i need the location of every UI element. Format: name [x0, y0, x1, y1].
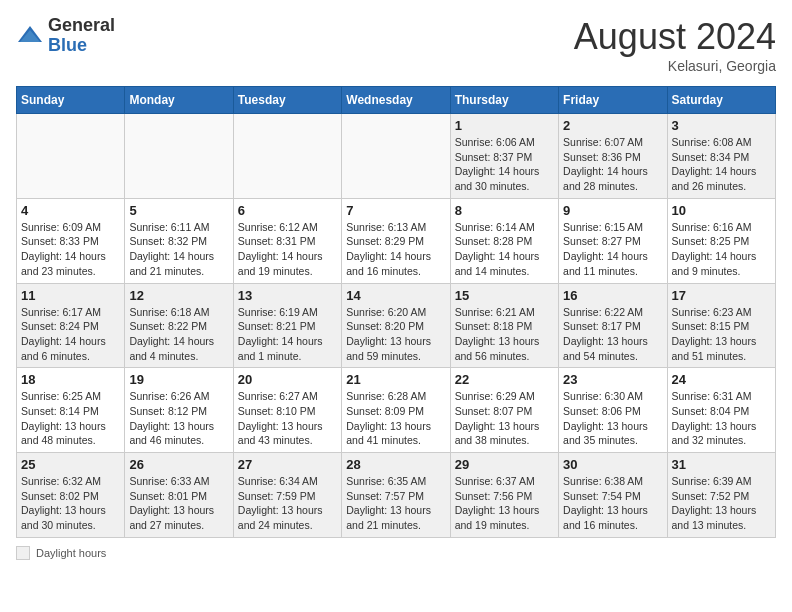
calendar-cell — [342, 114, 450, 199]
calendar-cell: 29Sunrise: 6:37 AM Sunset: 7:56 PM Dayli… — [450, 453, 558, 538]
day-info: Sunrise: 6:14 AM Sunset: 8:28 PM Dayligh… — [455, 220, 554, 279]
calendar-day-header: Thursday — [450, 87, 558, 114]
calendar-cell: 6Sunrise: 6:12 AM Sunset: 8:31 PM Daylig… — [233, 198, 341, 283]
day-number: 1 — [455, 118, 554, 133]
day-info: Sunrise: 6:23 AM Sunset: 8:15 PM Dayligh… — [672, 305, 771, 364]
calendar-cell: 30Sunrise: 6:38 AM Sunset: 7:54 PM Dayli… — [559, 453, 667, 538]
calendar-cell: 3Sunrise: 6:08 AM Sunset: 8:34 PM Daylig… — [667, 114, 775, 199]
calendar-cell: 4Sunrise: 6:09 AM Sunset: 8:33 PM Daylig… — [17, 198, 125, 283]
calendar-cell: 1Sunrise: 6:06 AM Sunset: 8:37 PM Daylig… — [450, 114, 558, 199]
day-info: Sunrise: 6:22 AM Sunset: 8:17 PM Dayligh… — [563, 305, 662, 364]
day-info: Sunrise: 6:15 AM Sunset: 8:27 PM Dayligh… — [563, 220, 662, 279]
calendar-cell — [125, 114, 233, 199]
calendar-cell: 15Sunrise: 6:21 AM Sunset: 8:18 PM Dayli… — [450, 283, 558, 368]
day-info: Sunrise: 6:21 AM Sunset: 8:18 PM Dayligh… — [455, 305, 554, 364]
calendar-week-row: 25Sunrise: 6:32 AM Sunset: 8:02 PM Dayli… — [17, 453, 776, 538]
logo-icon — [16, 22, 44, 50]
day-info: Sunrise: 6:29 AM Sunset: 8:07 PM Dayligh… — [455, 389, 554, 448]
calendar-cell: 18Sunrise: 6:25 AM Sunset: 8:14 PM Dayli… — [17, 368, 125, 453]
calendar-cell: 7Sunrise: 6:13 AM Sunset: 8:29 PM Daylig… — [342, 198, 450, 283]
calendar-cell: 11Sunrise: 6:17 AM Sunset: 8:24 PM Dayli… — [17, 283, 125, 368]
calendar-week-row: 4Sunrise: 6:09 AM Sunset: 8:33 PM Daylig… — [17, 198, 776, 283]
calendar-cell: 8Sunrise: 6:14 AM Sunset: 8:28 PM Daylig… — [450, 198, 558, 283]
logo: General Blue — [16, 16, 115, 56]
calendar-cell: 21Sunrise: 6:28 AM Sunset: 8:09 PM Dayli… — [342, 368, 450, 453]
day-info: Sunrise: 6:16 AM Sunset: 8:25 PM Dayligh… — [672, 220, 771, 279]
day-number: 11 — [21, 288, 120, 303]
logo-text: General Blue — [48, 16, 115, 56]
calendar-cell — [17, 114, 125, 199]
day-number: 20 — [238, 372, 337, 387]
calendar-cell: 19Sunrise: 6:26 AM Sunset: 8:12 PM Dayli… — [125, 368, 233, 453]
day-info: Sunrise: 6:39 AM Sunset: 7:52 PM Dayligh… — [672, 474, 771, 533]
day-info: Sunrise: 6:38 AM Sunset: 7:54 PM Dayligh… — [563, 474, 662, 533]
day-info: Sunrise: 6:19 AM Sunset: 8:21 PM Dayligh… — [238, 305, 337, 364]
month-year: August 2024 — [574, 16, 776, 58]
day-number: 18 — [21, 372, 120, 387]
day-number: 8 — [455, 203, 554, 218]
day-info: Sunrise: 6:33 AM Sunset: 8:01 PM Dayligh… — [129, 474, 228, 533]
day-number: 24 — [672, 372, 771, 387]
day-info: Sunrise: 6:35 AM Sunset: 7:57 PM Dayligh… — [346, 474, 445, 533]
day-info: Sunrise: 6:26 AM Sunset: 8:12 PM Dayligh… — [129, 389, 228, 448]
day-number: 29 — [455, 457, 554, 472]
title-block: August 2024 Kelasuri, Georgia — [574, 16, 776, 74]
location: Kelasuri, Georgia — [574, 58, 776, 74]
day-number: 6 — [238, 203, 337, 218]
day-info: Sunrise: 6:07 AM Sunset: 8:36 PM Dayligh… — [563, 135, 662, 194]
day-number: 2 — [563, 118, 662, 133]
day-number: 23 — [563, 372, 662, 387]
calendar-cell: 23Sunrise: 6:30 AM Sunset: 8:06 PM Dayli… — [559, 368, 667, 453]
day-number: 14 — [346, 288, 445, 303]
day-number: 17 — [672, 288, 771, 303]
day-number: 13 — [238, 288, 337, 303]
day-number: 19 — [129, 372, 228, 387]
day-number: 5 — [129, 203, 228, 218]
footer: Daylight hours — [16, 546, 776, 560]
footer-label: Daylight hours — [36, 547, 106, 559]
day-number: 10 — [672, 203, 771, 218]
calendar-week-row: 11Sunrise: 6:17 AM Sunset: 8:24 PM Dayli… — [17, 283, 776, 368]
calendar-header-row: SundayMondayTuesdayWednesdayThursdayFrid… — [17, 87, 776, 114]
day-info: Sunrise: 6:18 AM Sunset: 8:22 PM Dayligh… — [129, 305, 228, 364]
day-info: Sunrise: 6:13 AM Sunset: 8:29 PM Dayligh… — [346, 220, 445, 279]
day-number: 7 — [346, 203, 445, 218]
day-number: 21 — [346, 372, 445, 387]
calendar-cell: 26Sunrise: 6:33 AM Sunset: 8:01 PM Dayli… — [125, 453, 233, 538]
day-number: 30 — [563, 457, 662, 472]
day-number: 4 — [21, 203, 120, 218]
day-number: 3 — [672, 118, 771, 133]
day-number: 26 — [129, 457, 228, 472]
day-number: 9 — [563, 203, 662, 218]
calendar-cell: 27Sunrise: 6:34 AM Sunset: 7:59 PM Dayli… — [233, 453, 341, 538]
calendar-day-header: Wednesday — [342, 87, 450, 114]
calendar-cell: 31Sunrise: 6:39 AM Sunset: 7:52 PM Dayli… — [667, 453, 775, 538]
day-info: Sunrise: 6:08 AM Sunset: 8:34 PM Dayligh… — [672, 135, 771, 194]
calendar-week-row: 1Sunrise: 6:06 AM Sunset: 8:37 PM Daylig… — [17, 114, 776, 199]
day-number: 27 — [238, 457, 337, 472]
day-info: Sunrise: 6:25 AM Sunset: 8:14 PM Dayligh… — [21, 389, 120, 448]
calendar-cell: 28Sunrise: 6:35 AM Sunset: 7:57 PM Dayli… — [342, 453, 450, 538]
calendar-cell: 12Sunrise: 6:18 AM Sunset: 8:22 PM Dayli… — [125, 283, 233, 368]
day-info: Sunrise: 6:30 AM Sunset: 8:06 PM Dayligh… — [563, 389, 662, 448]
day-info: Sunrise: 6:11 AM Sunset: 8:32 PM Dayligh… — [129, 220, 228, 279]
footer-swatch — [16, 546, 30, 560]
calendar-cell: 17Sunrise: 6:23 AM Sunset: 8:15 PM Dayli… — [667, 283, 775, 368]
day-info: Sunrise: 6:28 AM Sunset: 8:09 PM Dayligh… — [346, 389, 445, 448]
page-header: General Blue August 2024 Kelasuri, Georg… — [16, 16, 776, 74]
day-number: 15 — [455, 288, 554, 303]
calendar-day-header: Monday — [125, 87, 233, 114]
calendar-cell: 5Sunrise: 6:11 AM Sunset: 8:32 PM Daylig… — [125, 198, 233, 283]
day-number: 12 — [129, 288, 228, 303]
calendar-cell: 9Sunrise: 6:15 AM Sunset: 8:27 PM Daylig… — [559, 198, 667, 283]
day-number: 25 — [21, 457, 120, 472]
calendar-cell: 20Sunrise: 6:27 AM Sunset: 8:10 PM Dayli… — [233, 368, 341, 453]
calendar-cell: 25Sunrise: 6:32 AM Sunset: 8:02 PM Dayli… — [17, 453, 125, 538]
day-number: 28 — [346, 457, 445, 472]
day-info: Sunrise: 6:31 AM Sunset: 8:04 PM Dayligh… — [672, 389, 771, 448]
calendar-day-header: Friday — [559, 87, 667, 114]
calendar-cell: 13Sunrise: 6:19 AM Sunset: 8:21 PM Dayli… — [233, 283, 341, 368]
calendar-day-header: Tuesday — [233, 87, 341, 114]
calendar-table: SundayMondayTuesdayWednesdayThursdayFrid… — [16, 86, 776, 538]
calendar-day-header: Saturday — [667, 87, 775, 114]
